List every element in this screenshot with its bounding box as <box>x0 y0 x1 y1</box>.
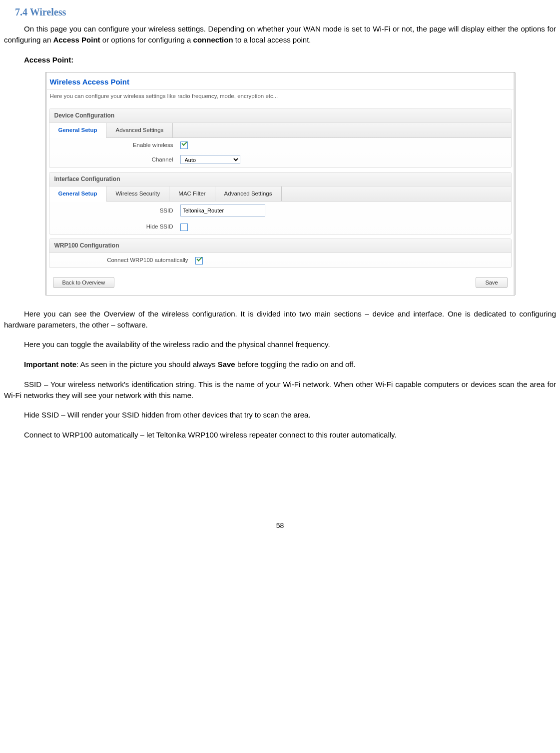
save-button[interactable]: Save <box>476 277 507 288</box>
wireless-screenshot: Wireless Access Point Here you can confi… <box>45 72 515 296</box>
intro-paragraph: On this page you can configure your wire… <box>4 24 556 46</box>
para-important-note: Important note: As seen in the picture y… <box>4 359 556 370</box>
device-tabs: General Setup Advanced Settings <box>49 123 511 138</box>
enable-wireless-label: Enable wireless <box>58 141 180 150</box>
para-wrp100: Connect to WRP100 automatically – let Te… <box>4 430 556 440</box>
tab-general-setup[interactable]: General Setup <box>49 123 107 138</box>
hide-ssid-label: Hide SSID <box>58 222 180 231</box>
panel-subtitle: Here you can configure your wireless set… <box>46 90 515 106</box>
interface-config-header: Interface Configuration <box>49 172 511 186</box>
para-overview: Here you can see the Overview of the wir… <box>4 308 556 330</box>
access-point-label: Access Point: <box>24 54 556 66</box>
ssid-input[interactable] <box>180 204 265 216</box>
wrp100-section: WRP100 Configuration Connect WRP100 auto… <box>49 238 512 268</box>
page-number: 58 <box>4 520 556 530</box>
channel-label: Channel <box>58 156 180 164</box>
device-config-header: Device Configuration <box>49 109 511 123</box>
device-config-section: Device Configuration General Setup Advan… <box>49 108 512 168</box>
tab-mac-filter[interactable]: MAC Filter <box>169 186 215 201</box>
back-button[interactable]: Back to Overview <box>53 277 115 288</box>
para-toggle: Here you can toggle the availability of … <box>4 339 556 350</box>
panel-title: Wireless Access Point <box>46 72 515 90</box>
channel-select[interactable]: Auto <box>180 155 240 164</box>
ssid-label: SSID <box>58 206 180 215</box>
interface-tabs: General Setup Wireless Security MAC Filt… <box>49 186 511 202</box>
tab-iface-general[interactable]: General Setup <box>49 186 107 202</box>
wrp100-label: Connect WRP100 automatically <box>58 256 195 264</box>
para-ssid: SSID – Your wireless network's identific… <box>4 379 556 401</box>
section-heading: 7.4 Wireless <box>15 5 556 20</box>
tab-iface-advanced[interactable]: Advanced Settings <box>215 186 282 201</box>
wrp100-checkbox[interactable] <box>195 257 203 264</box>
wrp100-header: WRP100 Configuration <box>49 239 511 253</box>
tab-advanced-settings[interactable]: Advanced Settings <box>106 123 173 138</box>
enable-wireless-checkbox[interactable] <box>180 142 188 149</box>
interface-config-section: Interface Configuration General Setup Wi… <box>49 172 512 234</box>
tab-wireless-security[interactable]: Wireless Security <box>106 186 169 201</box>
para-hide-ssid: Hide SSID – Will render your SSID hidden… <box>4 410 556 420</box>
hide-ssid-checkbox[interactable] <box>180 224 188 231</box>
